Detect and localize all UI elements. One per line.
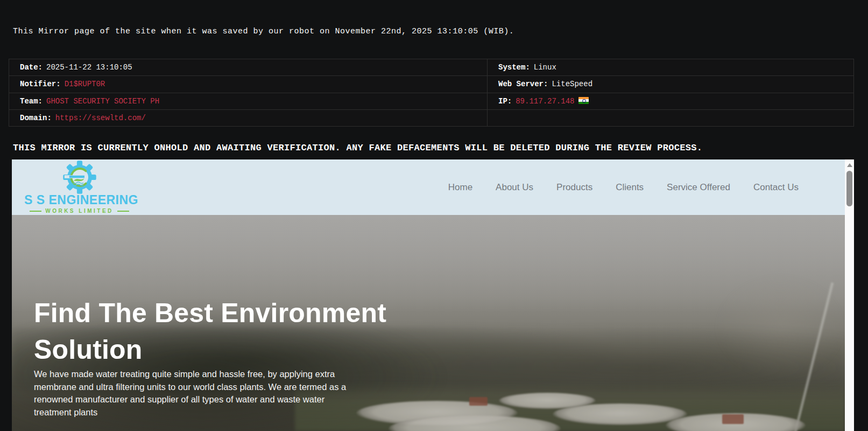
scrollbar-thumb[interactable] [846,171,852,206]
site-logo: S S ENGINEERING WORKS LIMITED [24,160,135,214]
brand-name: S S ENGINEERING [24,193,135,207]
gear-with-leaf-and-water-icon [62,160,97,194]
domain-link[interactable]: https://ssewltd.com/ [55,114,146,122]
webserver-label: Web Server: [498,80,548,88]
nav-item-home[interactable]: Home [448,182,472,193]
site-scrollbar[interactable] [845,159,854,431]
nav-item-service-offered[interactable]: Service Offered [667,182,730,193]
nav-item-products[interactable]: Products [556,182,592,193]
brand-tagline: WORKS LIMITED [24,208,135,214]
mirror-info-table: Date:2025-11-22 13:10:05 System:Linux No… [9,59,854,127]
site-nav: Home About Us Products Clients Service O… [448,159,845,215]
hero-title: Find The Best EnvironmentSolution [34,295,386,368]
clarifier-tank [499,393,596,409]
system-value: Linux [534,63,556,72]
up-arrow-icon[interactable] [847,163,852,167]
nav-item-about-us[interactable]: About Us [496,182,533,193]
table-row: Notifier:D1$RUPT0R Web Server:LiteSpeed [9,76,854,93]
notifier-value: D1$RUPT0R [65,80,105,88]
team-value: GHOST SECURITY SOCIETY PH [46,97,159,106]
hero-section: Find The Best EnvironmentSolution We hav… [12,215,845,431]
nav-item-contact-us[interactable]: Contact Us [753,182,799,193]
mirrored-site-content: S S ENGINEERING WORKS LIMITED Home About… [12,159,845,431]
mirrored-site-frame: S S ENGINEERING WORKS LIMITED Home About… [12,159,854,431]
notifier-label: Notifier: [20,80,61,88]
date-value: 2025-11-22 13:10:05 [46,63,132,72]
nav-item-clients[interactable]: Clients [616,182,644,193]
ip-value: 89.117.27.148 [516,97,574,106]
table-row: Team:GHOST SECURITY SOCIETY PH IP:89.117… [9,93,854,109]
mirror-saved-note: This Mirror page of the site when it was… [13,27,514,36]
hero-title-line1: Find The Best Environment [34,298,386,328]
date-label: Date: [20,63,43,72]
system-label: System: [498,63,530,72]
domain-label: Domain: [20,114,52,122]
empty-cell [488,109,854,126]
table-row: Date:2025-11-22 13:10:05 System:Linux [9,59,854,76]
hero-paragraph: We have made water treating quite simple… [34,368,357,419]
table-row: Domain:https://ssewltd.com/ [9,109,854,126]
team-label: Team: [20,97,43,106]
hero-title-line2: Solution [34,335,143,365]
webserver-value: LiteSpeed [552,80,592,88]
mirror-onhold-warning: THIS MIRROR IS CURRENTLY ONHOLD AND AWAI… [13,143,702,153]
site-header: S S ENGINEERING WORKS LIMITED Home About… [12,159,845,215]
plant-building [722,414,744,424]
india-flag-icon [578,97,589,104]
ip-label: IP: [498,97,512,106]
plant-building [469,397,488,406]
